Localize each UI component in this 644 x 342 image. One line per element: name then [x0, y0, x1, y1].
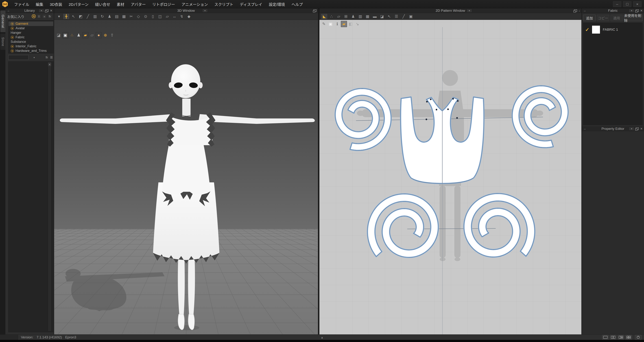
menu-item-0[interactable]: ファイル [11, 0, 32, 8]
fabric-copy-button[interactable]: コピー [597, 15, 609, 21]
polygon-pattern-tool[interactable]: ▱ [335, 13, 342, 20]
select-2d-tool[interactable]: ↖ [386, 13, 393, 20]
refresh-library-button[interactable]: ↻ [48, 14, 52, 19]
quilt-tool[interactable]: ▦ [120, 13, 128, 20]
fabric-checked-icon[interactable]: ✓ [585, 27, 589, 33]
avatar-tape-2d-tool[interactable]: ♟ [350, 13, 356, 20]
new-badge-icon[interactable]: N [32, 14, 36, 18]
show-avatar-toggle[interactable]: ♟ [76, 32, 82, 38]
menu-item-9[interactable]: スクリプト [211, 0, 236, 8]
reset-arrangement-tool[interactable]: ↻ [99, 13, 106, 20]
menu-item-2[interactable]: 3D衣装 [46, 0, 66, 8]
pin-box-tool[interactable]: ◇ [135, 13, 142, 20]
quad-view-button[interactable] [626, 335, 632, 340]
3d-viewport[interactable]: ◪▣∴♟▰▱●⊕⇧ [54, 20, 318, 334]
add-library-button[interactable]: + [42, 14, 46, 19]
button-tool[interactable]: ◫ [156, 13, 164, 20]
popout-icon[interactable] [46, 10, 48, 12]
library-search-input[interactable] [8, 55, 28, 60]
pattern-point[interactable] [447, 109, 449, 110]
rectangle-pattern-tool[interactable]: ⊞ [342, 13, 349, 20]
library-item-garment[interactable]: NGarment [8, 22, 53, 26]
single-view-button[interactable] [602, 335, 609, 340]
show-pins-toggle[interactable]: ∴ [69, 32, 75, 38]
close-button[interactable]: × [633, 1, 642, 7]
pattern-frill-top-left[interactable] [335, 89, 391, 150]
dock-arrow-icon[interactable]: → [583, 127, 586, 130]
download-library-button[interactable]: ⇩ [37, 14, 41, 19]
walkthrough-tool[interactable]: ◆ [186, 13, 192, 20]
select-move-tool[interactable]: ↖ [70, 13, 77, 20]
2d-pattern-canvas[interactable]: ✎▣ℹ▰◧↘ [320, 20, 582, 334]
tab-general[interactable]: General [0, 11, 6, 32]
simulate-dropdown[interactable]: ▾ [56, 13, 62, 20]
maximize-button[interactable]: □ [623, 1, 631, 7]
dock-arrow-icon[interactable]: → [7, 9, 10, 12]
popout-icon[interactable] [314, 10, 316, 12]
fabric-item-0[interactable]: ✓FABRIC 1 [583, 23, 642, 36]
library-scrollbar[interactable]: ▲ [48, 62, 52, 331]
library-dropdown-button[interactable]: ▾ [38, 9, 44, 13]
search-dropdown-icon[interactable]: ▾ [34, 56, 35, 59]
menu-item-3[interactable]: 2Dパターン [66, 0, 92, 8]
tab-store[interactable]: Store [0, 34, 6, 50]
3d-window-dropdown[interactable]: ▾ [202, 9, 208, 13]
fabric-dropdown-button[interactable]: ▾ [629, 9, 634, 13]
show-fabric-toggle[interactable]: ▰ [82, 32, 88, 38]
show-avatar-head-toggle[interactable]: ● [96, 32, 102, 38]
minimize-button[interactable]: – [613, 1, 621, 7]
show-arrangement-points-toggle[interactable]: ⇧ [109, 32, 115, 38]
popout-icon[interactable] [636, 128, 639, 130]
pattern-frill-bottom-left[interactable] [368, 194, 438, 257]
menu-item-7[interactable]: リトポロジー [149, 0, 178, 8]
garment-apron[interactable] [162, 144, 210, 195]
popout-icon[interactable] [636, 10, 639, 12]
arrange-garment-tool[interactable]: ▥ [92, 13, 98, 20]
timeline-expand-button[interactable]: ▲ [320, 334, 325, 340]
show-grid-toggle[interactable]: ↘ [354, 21, 360, 27]
pattern-point[interactable] [456, 117, 458, 119]
library-refresh-button[interactable]: ↻ [45, 56, 49, 59]
menu-item-5[interactable]: 素材 [114, 0, 128, 8]
show-environment-toggle[interactable]: ⊕ [102, 32, 108, 38]
menu-item-1[interactable]: 編集 [32, 0, 46, 8]
double-view-button[interactable] [610, 335, 616, 340]
menu-item-12[interactable]: ヘルプ [288, 0, 306, 8]
edit-pattern-tool[interactable]: ∴ [328, 13, 335, 20]
pattern-point[interactable] [452, 98, 454, 100]
fabric-delete-unused-button[interactable]: 未使用を削除 [624, 15, 642, 21]
fabric-add-button[interactable]: 追加 [583, 15, 596, 21]
segment-sewing-tool[interactable]: ▥ [357, 13, 364, 20]
popout-icon[interactable] [574, 10, 577, 12]
internal-line-tool[interactable]: ╱ [400, 13, 407, 20]
transform-pattern-tool[interactable]: ◣ [321, 13, 328, 20]
pin-tool[interactable]: ╱ [84, 13, 91, 20]
triple-view-button[interactable] [618, 335, 624, 340]
reset-layout-button[interactable] [635, 335, 642, 340]
library-item-hanger[interactable]: Hanger [8, 31, 53, 35]
library-item-substance[interactable]: Substance [8, 40, 53, 44]
avatar-tape-tool[interactable]: ♟ [106, 13, 113, 20]
show-fabric-2d-toggle[interactable]: ▰ [341, 21, 347, 27]
show-garment-toggle[interactable]: ◪ [56, 32, 62, 38]
scissors-tool[interactable]: ✂ [128, 13, 134, 20]
pattern-frill-bottom-right[interactable] [464, 194, 535, 257]
garment-bodice[interactable] [169, 117, 212, 145]
2d-window-dropdown[interactable]: ▾ [466, 9, 472, 13]
show-3d-silhouette-tool[interactable]: ◪ [378, 13, 386, 20]
close-icon[interactable]: × [640, 9, 642, 13]
menu-item-10[interactable]: ディスプレイ [236, 0, 266, 8]
flatten-tool[interactable]: ↯ [178, 13, 185, 20]
clone-pattern-tool[interactable]: ▣ [408, 13, 414, 20]
pattern-info-toggle[interactable]: ℹ [334, 21, 340, 27]
sewing-machine-tool[interactable]: ▤ [113, 13, 120, 20]
pattern-point[interactable] [457, 100, 459, 102]
library-item-fabric[interactable]: NFabric [8, 35, 53, 40]
pin-icon[interactable]: ↓ [578, 9, 580, 12]
show-garment-2d-toggle[interactable]: ▣ [328, 21, 334, 27]
library-item-avatar[interactable]: NAvatar [8, 26, 53, 31]
steam-iron-tool[interactable]: ⊙ [142, 13, 149, 20]
close-icon[interactable]: × [640, 127, 642, 131]
pattern-point[interactable] [426, 101, 428, 103]
menu-item-4[interactable]: 縫い合せ [92, 0, 114, 8]
